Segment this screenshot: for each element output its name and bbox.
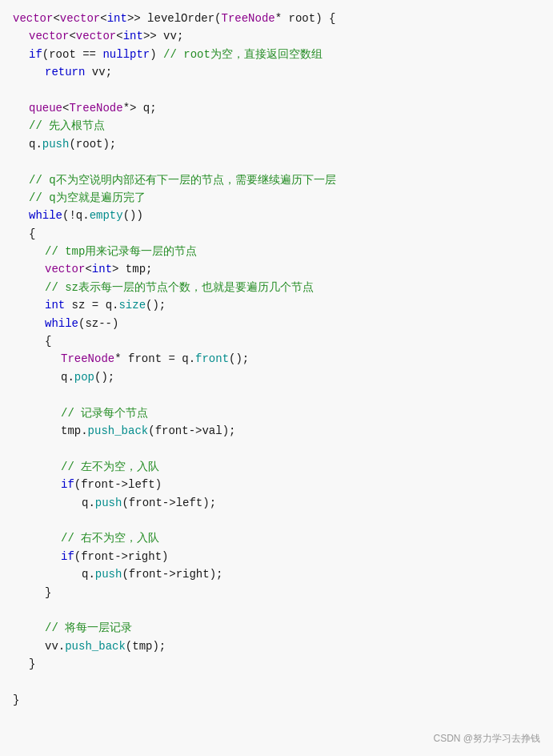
code-line: } bbox=[13, 584, 540, 601]
code-line: // 右不为空，入队 bbox=[13, 529, 540, 547]
code-line: queue<TreeNode*> q; bbox=[13, 99, 540, 117]
code-line: q.push(front->left); bbox=[13, 494, 540, 512]
code-line: TreeNode* front = q.front(); bbox=[13, 350, 540, 368]
code-line: if(front->left) bbox=[13, 476, 540, 493]
code-line: q.pop(); bbox=[13, 368, 540, 386]
code-line: return vv; bbox=[13, 63, 540, 81]
code-line: // 记录每个节点 bbox=[13, 404, 540, 422]
code-line: { bbox=[13, 332, 540, 350]
code-line bbox=[13, 82, 540, 99]
code-line bbox=[13, 673, 540, 690]
code-line: // q为空就是遍历完了 bbox=[13, 189, 540, 207]
code-line: } bbox=[13, 655, 540, 673]
code-line: while(!q.empty()) bbox=[13, 207, 540, 224]
code-line bbox=[13, 440, 540, 457]
code-line: // 将每一层记录 bbox=[13, 619, 540, 637]
code-line: vv.push_back(tmp); bbox=[13, 637, 540, 655]
code-line bbox=[13, 153, 540, 171]
code-line: // sz表示每一层的节点个数，也就是要遍历几个节点 bbox=[13, 279, 540, 296]
code-line: { bbox=[13, 225, 540, 243]
code-line: if(front->right) bbox=[13, 548, 540, 565]
code-line: q.push(root); bbox=[13, 135, 540, 153]
code-line: while(sz--) bbox=[13, 315, 540, 332]
code-line: // tmp用来记录每一层的节点 bbox=[13, 243, 540, 260]
code-line: vector<vector<int>> vv; bbox=[13, 27, 540, 45]
code-line: vector<int> tmp; bbox=[13, 260, 540, 278]
code-line bbox=[13, 512, 540, 529]
code-line: } bbox=[13, 691, 540, 709]
code-line: tmp.push_back(front->val); bbox=[13, 422, 540, 440]
code-line bbox=[13, 386, 540, 404]
watermark: CSDN @努力学习去挣钱 bbox=[433, 731, 540, 746]
code-line bbox=[13, 601, 540, 619]
code-line: // q不为空说明内部还有下一层的节点，需要继续遍历下一层 bbox=[13, 171, 540, 189]
code-line: vector<vector<int>> levelOrder(TreeNode*… bbox=[13, 10, 540, 27]
code-line: int sz = q.size(); bbox=[13, 296, 540, 314]
code-block: vector<vector<int>> levelOrder(TreeNode*… bbox=[0, 0, 553, 756]
code-line: // 先入根节点 bbox=[13, 117, 540, 135]
code-line: q.push(front->right); bbox=[13, 565, 540, 583]
code-line: // 左不为空，入队 bbox=[13, 458, 540, 476]
code-line: if(root == nullptr) // root为空，直接返回空数组 bbox=[13, 46, 540, 63]
